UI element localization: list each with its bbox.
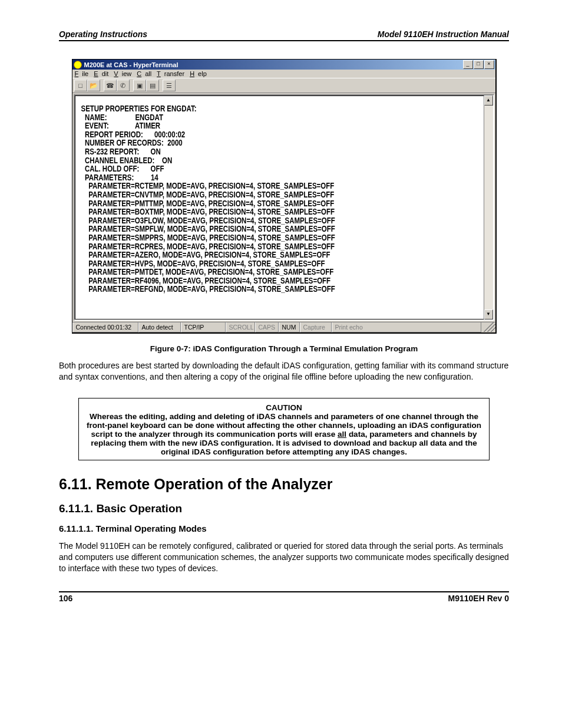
window-title: M200E at CAS - HyperTerminal bbox=[84, 61, 463, 68]
scroll-down-icon[interactable]: ▼ bbox=[484, 309, 493, 319]
toolbar-receive-icon[interactable]: ▤ bbox=[146, 80, 159, 91]
caution-body: Whereas the editing, adding and deleting… bbox=[87, 412, 481, 456]
figure-caption: Figure 0-7: iDAS Configuration Through a… bbox=[59, 344, 509, 353]
paragraph-intro: Both procedures are best started by down… bbox=[59, 360, 509, 383]
close-button[interactable]: × bbox=[484, 60, 494, 69]
page-header: Operating Instructions Model 9110EH Inst… bbox=[59, 29, 509, 41]
paragraph-terminal-modes: The Model 9110EH can be remotely configu… bbox=[59, 541, 509, 574]
toolbar: □ 📂 ☎ ✆ ▣ ▤ ☰ bbox=[72, 78, 495, 93]
toolbar-new-icon[interactable]: □ bbox=[74, 80, 87, 91]
status-connected: Connected 00:01:32 bbox=[72, 322, 138, 332]
terminal-pane[interactable]: SETUP PROPERTIES FOR ENGDAT: NAME: ENGDA… bbox=[75, 95, 484, 319]
scroll-up-icon[interactable]: ▲ bbox=[484, 95, 493, 106]
header-right: Model 9110EH Instruction Manual bbox=[378, 29, 509, 39]
menu-transfer[interactable]: Transfer bbox=[157, 70, 184, 77]
toolbar-open-icon[interactable]: 📂 bbox=[87, 80, 100, 91]
caution-box: CAUTION Whereas the editing, adding and … bbox=[78, 398, 490, 460]
toolbar-send-icon[interactable]: ▣ bbox=[133, 80, 146, 91]
status-capture: Capture bbox=[300, 322, 332, 332]
heading-6-11: 6.11. Remote Operation of the Analyzer bbox=[59, 476, 509, 493]
statusbar: Connected 00:01:32 Auto detect TCP/IP SC… bbox=[72, 322, 495, 332]
vertical-scrollbar[interactable]: ▲ ▼ bbox=[484, 95, 493, 319]
resize-grip-icon[interactable] bbox=[481, 322, 495, 332]
caution-all-underline: all bbox=[338, 430, 346, 439]
toolbar-connect-icon[interactable]: ☎ bbox=[104, 80, 117, 91]
menubar: File Edit View Call Transfer Help bbox=[72, 70, 495, 78]
caution-title: CAUTION bbox=[84, 403, 484, 412]
menu-view[interactable]: View bbox=[114, 70, 131, 77]
menu-edit[interactable]: Edit bbox=[94, 70, 108, 77]
toolbar-properties-icon[interactable]: ☰ bbox=[163, 80, 176, 91]
header-left: Operating Instructions bbox=[59, 29, 147, 39]
heading-6-11-1: 6.11.1. Basic Operation bbox=[59, 502, 509, 515]
status-scroll: SCROLL bbox=[226, 322, 255, 332]
app-icon bbox=[74, 61, 82, 69]
terminal-text: SETUP PROPERTIES FOR ENGDAT: NAME: ENGDA… bbox=[75, 96, 484, 297]
menu-help[interactable]: Help bbox=[190, 70, 207, 77]
menu-call[interactable]: Call bbox=[137, 70, 151, 77]
status-caps: CAPS bbox=[255, 322, 279, 332]
heading-6-11-1-1: 6.11.1.1. Terminal Operating Modes bbox=[59, 523, 509, 533]
footer-page: 106 bbox=[59, 594, 72, 603]
titlebar[interactable]: M200E at CAS - HyperTerminal _ □ × bbox=[72, 60, 495, 70]
hyperterminal-window: M200E at CAS - HyperTerminal _ □ × File … bbox=[72, 59, 497, 334]
menu-file[interactable]: File bbox=[75, 70, 89, 77]
status-printecho: Print echo bbox=[332, 322, 481, 332]
client-area: SETUP PROPERTIES FOR ENGDAT: NAME: ENGDA… bbox=[74, 94, 494, 321]
maximize-button[interactable]: □ bbox=[474, 60, 484, 69]
scroll-track[interactable] bbox=[484, 106, 493, 309]
status-autodetect: Auto detect bbox=[138, 322, 181, 332]
minimize-button[interactable]: _ bbox=[463, 60, 473, 69]
status-protocol: TCP/IP bbox=[181, 322, 226, 332]
toolbar-disconnect-icon[interactable]: ✆ bbox=[117, 80, 130, 91]
footer-rev: M9110EH Rev 0 bbox=[448, 594, 509, 603]
status-num: NUM bbox=[279, 322, 300, 332]
page-footer: 106 M9110EH Rev 0 bbox=[59, 591, 509, 603]
